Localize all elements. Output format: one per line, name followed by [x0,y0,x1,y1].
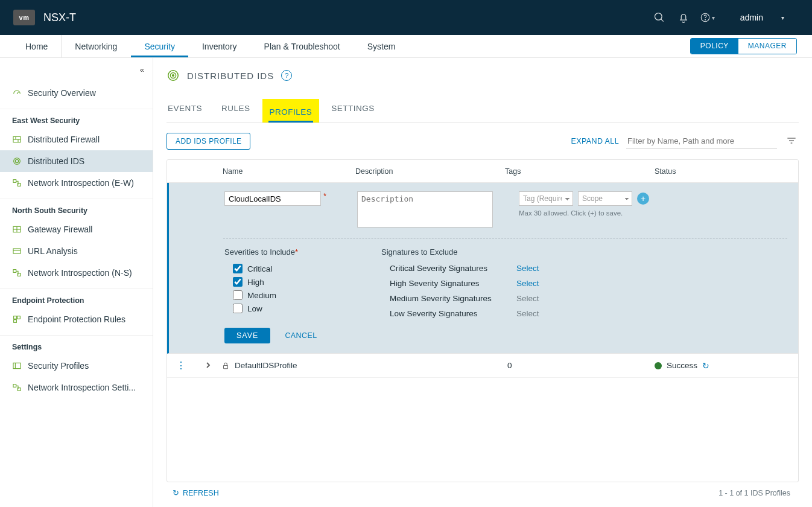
row-menu-icon[interactable]: ⋮ [167,360,195,371]
top-header: vm NSX-T ▾ admin ▾ [0,0,812,35]
row-count: 1 - 1 of 1 IDS Profiles [718,489,790,497]
expand-all-link[interactable]: EXPAND ALL [571,137,619,145]
mode-policy[interactable]: POLICY [691,39,738,54]
row-status: Success [667,361,697,370]
required-marker: * [323,191,326,200]
endpoint-icon [12,314,22,324]
sidebar-ni-settings[interactable]: Network Introspection Setti... [0,377,153,398]
sidebar-gfw[interactable]: Gateway Firewall [0,218,153,240]
col-name[interactable]: Name [221,167,355,176]
sidebar-item-label: Security Profiles [28,361,89,371]
add-ids-profile-button[interactable]: ADD IDS PROFILE [167,133,250,150]
filter-input[interactable] [626,134,777,148]
sidebar-item-label: Network Introspection Setti... [28,383,136,392]
sidebar-item-label: Network Introspection (N-S) [28,268,132,278]
sidebar-group-ep: Endpoint Protection [0,296,153,308]
table-row: ⋮ DefaultIDSProfile 0 Success ↻ [167,354,798,378]
add-tag-button[interactable]: + [637,193,649,205]
sig-high-select[interactable]: Select [516,279,571,288]
search-icon[interactable] [647,5,671,30]
chevron-down-icon: ▾ [712,14,715,21]
nav-plan[interactable]: Plan & Troubleshoot [251,35,354,57]
profiles-icon [12,361,22,371]
svg-point-0 [655,13,662,21]
row-expand-icon[interactable] [195,361,221,370]
severity-low[interactable]: Low [233,304,345,313]
profile-desc-input[interactable] [357,191,493,228]
profile-name-input[interactable] [224,191,321,206]
signatures-title: Signatures to Exclude [381,247,571,257]
sig-critical-label: Critical Severity Signatures [390,264,516,273]
sidebar-group-ew: East West Security [0,116,153,129]
cancel-button[interactable]: CANCEL [285,331,317,340]
sidebar-item-label: Gateway Firewall [28,225,92,234]
svg-rect-22 [14,320,17,323]
severity-high[interactable]: High [233,277,345,287]
nav-home[interactable]: Home [12,35,62,57]
severity-medium[interactable]: Medium [233,290,345,300]
svg-point-29 [173,75,174,77]
sidebar-ni-ns[interactable]: Network Introspection (N-S) [0,262,153,284]
nav-inventory[interactable]: Inventory [189,35,251,57]
col-status[interactable]: Status [655,167,798,176]
scope-select[interactable]: Scope [578,191,632,206]
user-name: admin [740,13,763,22]
tab-profiles[interactable]: PROFILES [268,103,314,123]
inline-editor: * Tag (Required) Scope + Max 30 allowed.… [167,183,798,354]
tab-rules[interactable]: RULES [220,99,252,123]
profiles-table: Name Description Tags Status * [167,159,799,482]
row-tags: 0 [505,361,655,370]
tag-select[interactable]: Tag (Required) [519,191,573,206]
mode-manager[interactable]: MANAGER [738,39,796,54]
sidebar-item-label: Security Overview [28,88,96,98]
tab-settings[interactable]: SETTINGS [330,99,376,123]
sidebar-ni-ew[interactable]: Network Introspection (E-W) [0,172,153,194]
svg-point-10 [15,159,18,162]
user-menu[interactable]: admin ▾ [740,13,784,22]
main-nav: Home Networking Security Inventory Plan … [0,35,812,58]
gauge-icon [12,88,22,98]
filter-icon[interactable] [784,137,799,146]
refresh-icon[interactable]: ↻ [702,361,709,371]
sig-medium-label: Medium Severity Signatures [390,294,516,303]
nav-networking[interactable]: Networking [62,35,131,57]
tab-events[interactable]: EVENTS [167,99,203,123]
status-dot-icon [655,362,662,369]
severity-critical[interactable]: Critical [233,264,345,273]
refresh-link[interactable]: ↻ REFRESH [173,488,219,497]
product-name: NSX-T [43,11,76,24]
nav-security[interactable]: Security [131,35,189,57]
save-button[interactable]: SAVE [224,328,270,343]
sidebar-ep-rules[interactable]: Endpoint Protection Rules [0,308,153,330]
network-icon [12,178,22,188]
sig-high-label: High Severity Signatures [390,279,516,288]
nav-system[interactable]: System [354,35,410,57]
sidebar-collapse-icon[interactable]: « [140,65,144,74]
mode-switch: POLICY MANAGER [690,38,797,54]
sidebar-security-overview[interactable]: Security Overview [0,82,153,104]
help-icon[interactable]: ▾ [696,5,720,30]
svg-rect-16 [13,249,21,253]
svg-rect-25 [13,384,16,387]
sidebar-dids[interactable]: Distributed IDS [0,150,153,172]
sig-critical-select[interactable]: Select [516,264,571,273]
tag-hint: Max 30 allowed. Click (+) to save. [519,209,676,217]
col-desc[interactable]: Description [355,167,505,176]
row-name: DefaultIDSProfile [235,361,297,370]
help-icon[interactable]: ? [281,70,292,81]
sidebar-sec-profiles[interactable]: Security Profiles [0,355,153,377]
sidebar-item-label: Endpoint Protection Rules [28,314,125,324]
sidebar-group-ns: North South Security [0,206,153,218]
sidebar: « Security Overview East West Security D… [0,58,153,507]
severities-title: Severities to Include* [224,247,345,257]
sidebar-dfw[interactable]: Distributed Firewall [0,129,153,150]
table-header: Name Description Tags Status [167,160,798,183]
page-title: DISTRIBUTED IDS [187,71,274,81]
sidebar-item-label: Distributed Firewall [28,135,100,144]
sidebar-item-label: Network Introspection (E-W) [28,178,134,188]
chevron-down-icon: ▾ [781,14,784,21]
lock-icon [221,362,230,370]
col-tags[interactable]: Tags [505,167,655,176]
bell-icon[interactable] [671,5,696,30]
sidebar-url[interactable]: URL Analysis [0,240,153,262]
